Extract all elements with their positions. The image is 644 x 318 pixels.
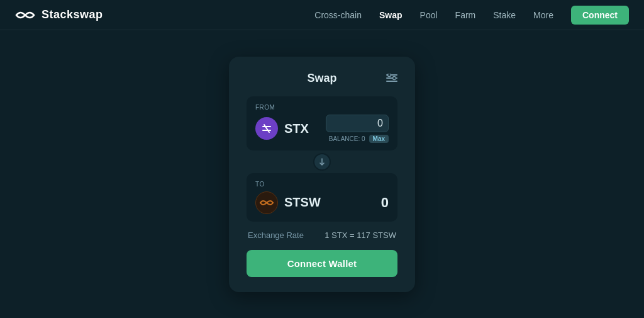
nav-link-more[interactable]: More [533,10,553,20]
switch-wrapper [247,153,397,171]
nav-connect-button[interactable]: Connect [571,6,629,25]
balance-row: BALANCE: 0 Max [329,135,389,143]
svg-rect-2 [386,81,397,82]
nav-link-stake[interactable]: Stake [493,10,516,20]
swap-card: Swap FROM [229,57,415,292]
balance-text: BALANCE: 0 [329,135,365,142]
from-section: FROM STX BALANCE: 0 [247,96,397,150]
swap-header: Swap [247,72,397,85]
nav-link-farm[interactable]: Farm [455,10,476,20]
svg-line-7 [264,125,269,132]
from-token-row: STX BALANCE: 0 Max [255,115,389,143]
from-amount-input[interactable] [326,115,389,132]
exchange-rate-row: Exchange Rate 1 STX = 117 STSW [247,230,397,240]
exchange-rate-value: 1 STX = 117 STSW [325,230,396,240]
to-amount-display: 0 [381,195,389,211]
to-token-row: STSW 0 [255,191,389,214]
stx-avatar[interactable] [255,117,278,140]
switch-tokens-button[interactable] [313,153,331,171]
max-button[interactable]: Max [369,135,389,143]
to-token-name[interactable]: STSW [284,195,321,210]
swap-title: Swap [307,72,336,85]
svg-point-4 [393,77,396,80]
svg-point-3 [388,74,391,77]
logo-icon [15,9,35,21]
to-token-info: STSW [255,191,321,214]
exchange-rate-label: Exchange Rate [248,230,304,240]
logo-text: Stackswap [42,8,103,21]
from-input-area: BALANCE: 0 Max [326,115,389,143]
nav-link-swap[interactable]: Swap [379,10,402,20]
connect-wallet-button[interactable]: Connect Wallet [247,250,397,277]
stsw-avatar[interactable] [255,191,278,214]
logo: Stackswap [15,8,103,21]
from-label: FROM [255,104,389,111]
nav-link-pool[interactable]: Pool [420,10,438,20]
to-label: TO [255,181,389,188]
navbar: Stackswap Cross-chain Swap Pool Farm Sta… [0,0,644,30]
nav-links: Cross-chain Swap Pool Farm Stake More Co… [314,6,629,25]
from-token-name[interactable]: STX [284,122,309,136]
main-content: Swap FROM [0,30,644,318]
from-token-info: STX [255,117,309,140]
to-section: TO STSW 0 [247,173,397,222]
nav-link-cross-chain[interactable]: Cross-chain [314,10,362,20]
settings-icon[interactable] [386,74,397,82]
